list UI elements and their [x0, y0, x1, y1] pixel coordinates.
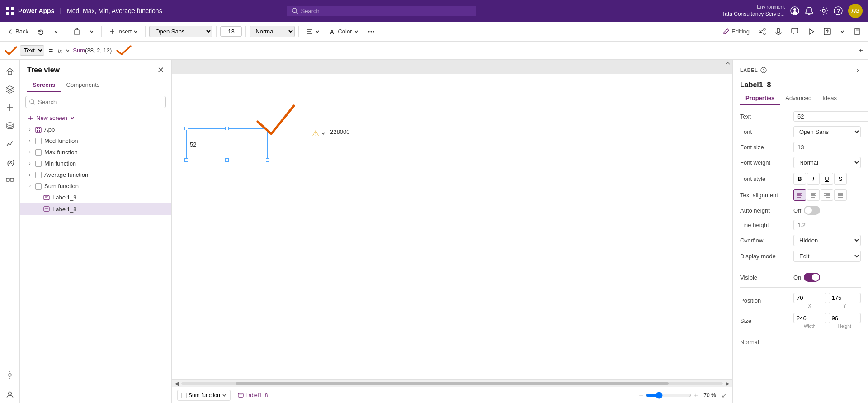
handle-bl[interactable]	[184, 158, 188, 162]
font-size-input[interactable]	[220, 26, 242, 37]
avatar[interactable]: AG	[848, 4, 863, 18]
fontsize-prop-input[interactable]	[793, 142, 868, 152]
size-w-input[interactable]	[793, 313, 826, 323]
bell-icon[interactable]	[805, 6, 814, 15]
align-justify-button[interactable]	[834, 189, 847, 201]
screen-checkbox[interactable]	[35, 183, 42, 190]
new-screen-button[interactable]: New screen	[20, 112, 171, 124]
global-search-input[interactable]	[301, 8, 472, 14]
font-prop-select[interactable]: Open Sans	[793, 126, 861, 137]
font-selector[interactable]: Open Sans	[149, 26, 212, 37]
displaymode-prop-select[interactable]: Edit	[793, 251, 861, 262]
zoom-out-button[interactable]: −	[639, 391, 643, 399]
grid-icon-wrap[interactable]	[5, 6, 14, 15]
lineheight-prop-input[interactable]	[793, 220, 868, 230]
scroll-right-btn[interactable]: ▶	[725, 380, 731, 387]
tree-item-mod[interactable]: › Mod function	[20, 135, 171, 147]
handle-bc[interactable]	[225, 158, 229, 162]
undo-dropdown[interactable]	[50, 28, 62, 36]
panel-collapse-button[interactable]: ›	[855, 64, 861, 76]
context-selector[interactable]: Text	[20, 45, 44, 56]
clipboard-dropdown[interactable]	[86, 28, 98, 36]
size-h-input[interactable]	[829, 313, 861, 323]
undo-button[interactable]	[34, 26, 48, 37]
screen-checkbox[interactable]	[35, 161, 42, 167]
align-right-button[interactable]	[821, 189, 833, 201]
help-icon[interactable]: ?	[760, 67, 767, 73]
zoom-in-button[interactable]: +	[694, 391, 698, 399]
data-button[interactable]	[2, 118, 18, 134]
overflow-prop-select[interactable]: Hidden	[793, 235, 861, 246]
variable-button[interactable]: (x)	[2, 154, 18, 170]
global-search[interactable]	[287, 6, 476, 16]
screen-checkbox[interactable]	[35, 149, 42, 156]
style-selector[interactable]: Normal	[250, 26, 295, 37]
hscroll-track[interactable]	[181, 382, 723, 385]
scroll-left-btn[interactable]: ◀	[174, 380, 179, 387]
handle-tc[interactable]	[225, 127, 229, 130]
component-button[interactable]	[2, 172, 18, 188]
microphone-button[interactable]	[771, 26, 786, 37]
question-icon[interactable]: ?	[834, 6, 843, 15]
warning-badge[interactable]: ⚠	[312, 128, 326, 138]
settings-button[interactable]	[2, 367, 18, 383]
tab-ideas[interactable]: Ideas	[817, 92, 842, 105]
handle-tr[interactable]	[266, 127, 269, 130]
zoom-slider[interactable]	[646, 392, 691, 399]
share-button[interactable]	[755, 26, 769, 37]
tree-item-min[interactable]: › Min function	[20, 158, 171, 169]
fx-dropdown-icon[interactable]	[66, 48, 70, 53]
tree-item-sum[interactable]: › Sum function	[20, 180, 171, 192]
position-x-input[interactable]	[793, 293, 826, 303]
canvas-scroll-area[interactable]: ⚠ 52	[172, 67, 732, 379]
fontweight-prop-select[interactable]: Normal	[793, 157, 861, 168]
color-button[interactable]: A Color	[325, 26, 362, 37]
tree-item-label9[interactable]: Label1_9	[20, 192, 171, 203]
scroll-up-icon[interactable]	[725, 61, 731, 66]
tree-search-box[interactable]	[25, 96, 166, 108]
screen-checkbox[interactable]	[35, 172, 42, 178]
profile-button[interactable]	[2, 387, 18, 403]
insert-nav-button[interactable]	[2, 100, 18, 116]
screen-checkbox[interactable]	[35, 138, 42, 144]
tree-item-label8[interactable]: Label1_8 ···	[20, 203, 171, 215]
italic-button[interactable]: I	[807, 173, 820, 185]
tab-components[interactable]: Components	[61, 79, 105, 92]
tree-item-app[interactable]: › App	[20, 124, 171, 135]
insert-button[interactable]: Insert	[105, 26, 142, 37]
tree-close-button[interactable]: ✕	[157, 65, 164, 75]
tab-screens[interactable]: Screens	[27, 79, 61, 92]
position-y-input[interactable]	[829, 293, 861, 303]
warning-dropdown-icon[interactable]	[321, 131, 326, 136]
fullscreen-button[interactable]: ⤢	[722, 392, 727, 399]
align-left-button[interactable]	[793, 189, 806, 201]
screen-selector-button[interactable]: Sum function	[177, 390, 231, 401]
home-button[interactable]	[2, 63, 18, 80]
tab-properties[interactable]: Properties	[740, 92, 780, 105]
text-prop-input[interactable]	[793, 111, 868, 122]
toolbar-end-button[interactable]	[850, 26, 864, 37]
align-center-button[interactable]	[807, 189, 820, 201]
align-button[interactable]	[302, 26, 323, 37]
analytics-button[interactable]	[2, 136, 18, 152]
bold-button[interactable]: B	[793, 173, 806, 185]
visible-toggle[interactable]	[804, 273, 820, 282]
underline-button[interactable]: U	[821, 173, 833, 185]
clipboard-button[interactable]	[70, 26, 84, 37]
publish-dropdown[interactable]	[836, 28, 848, 36]
tree-item-average[interactable]: › Average function	[20, 169, 171, 180]
tree-item-max[interactable]: › Max function	[20, 147, 171, 158]
handle-br[interactable]	[266, 158, 269, 162]
tree-search-input[interactable]	[38, 99, 162, 105]
layers-button[interactable]	[2, 81, 18, 98]
more-button[interactable]	[364, 26, 378, 37]
label-selector-button[interactable]: Label1_8	[234, 390, 271, 400]
autoheight-toggle[interactable]	[804, 206, 820, 215]
back-button[interactable]: Back	[4, 26, 32, 37]
tab-advanced[interactable]: Advanced	[780, 92, 817, 105]
hscroll-thumb[interactable]	[236, 382, 669, 385]
play-button[interactable]	[804, 26, 818, 37]
publish-button[interactable]	[820, 26, 835, 37]
formula-expand-icon[interactable]	[857, 47, 864, 54]
strikethrough-button[interactable]: S	[834, 173, 847, 185]
